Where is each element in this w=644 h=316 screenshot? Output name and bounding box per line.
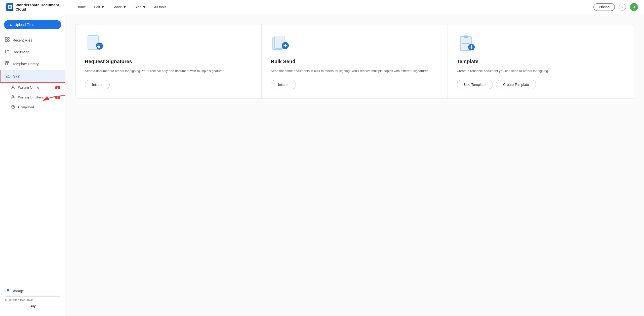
sidebar-item-sign[interactable]: Sign [0,70,65,83]
use-template-button[interactable]: Use Template [457,80,493,89]
pricing-button[interactable]: Pricing [593,3,615,11]
people-icon [11,95,15,100]
sidebar-item-waiting-for-others[interactable]: Waiting for others 1 [0,92,65,102]
sidebar-item-document[interactable]: Document [0,46,65,58]
svg-rect-3 [5,40,7,42]
bulk-send-card: Bulk Send Send the same documents in bul… [262,24,448,98]
nav-all-tools[interactable]: All tools [154,5,166,9]
grid-icon [5,37,10,43]
template-title: Template [457,59,625,64]
app-name: Wondershare Document Cloud [15,3,66,11]
feature-cards: Request Signatures Send a document to ot… [75,24,634,99]
avatar[interactable]: J [630,3,638,11]
svg-rect-5 [6,61,9,62]
svg-point-9 [12,96,13,97]
nav-links: Home Edit ▼ Share ▼ Sign ▼ All tools [66,5,593,9]
sidebar-item-template-library[interactable]: Template Library [0,58,65,70]
storage-bar-background [5,296,60,297]
initiate-request-button[interactable]: Initiate [85,80,110,89]
folder-icon [5,49,10,55]
template-desc: Create a reusable document you can send … [457,68,625,74]
chevron-down-icon: ▼ [101,5,104,9]
bulk-send-title: Bulk Send [271,59,438,64]
shield-icon [11,105,15,110]
upload-icon: ▲ [9,23,13,27]
svg-point-10 [13,96,14,97]
nav-edit[interactable]: Edit ▼ [94,5,104,9]
request-signatures-card: Request Signatures Send a document to ot… [76,24,262,98]
request-signatures-desc: Send a document to others for signing. Y… [85,68,252,74]
storage-pie-icon [5,288,10,294]
initiate-bulk-button[interactable]: Initiate [271,80,296,89]
logo-area: Wondershare Document Cloud [6,3,66,11]
nav-right: Pricing ? J [593,3,638,11]
sign-icon [6,73,10,79]
request-signatures-actions: Initiate [85,80,252,89]
waiting-for-me-badge: 1 [55,86,60,89]
storage-usage-text: 52.88MB / 100.00GB [5,298,60,302]
template-card: Template Create a reusable document you … [448,24,634,98]
chevron-down-icon: ▼ [143,5,146,9]
chevron-down-icon: ▼ [123,5,127,9]
upload-files-button[interactable]: ▲ Upload Files [4,20,61,29]
bulk-send-desc: Send the same documents in bulk to other… [271,68,438,74]
svg-rect-7 [8,63,9,65]
bulk-send-icon [271,33,291,54]
svg-rect-1 [5,38,7,39]
request-signatures-icon [85,33,105,54]
app-logo-icon [6,3,13,11]
svg-rect-6 [6,63,7,65]
bulk-send-actions: Initiate [271,80,438,89]
template-icon [5,61,10,67]
sidebar-item-waiting-for-me[interactable]: Waiting for me 1 [0,83,65,92]
svg-rect-24 [464,36,468,38]
help-button[interactable]: ? [619,4,626,11]
nav-sign[interactable]: Sign ▼ [135,5,146,9]
waiting-for-others-badge: 1 [55,96,60,99]
request-signatures-title: Request Signatures [85,59,252,64]
storage-section: Storage 52.88MB / 100.00GB Buy [0,284,65,312]
svg-rect-4 [8,40,9,42]
svg-rect-2 [8,38,9,39]
sidebar-item-recent-files[interactable]: Recent Files [0,34,65,46]
app-layout: ▲ Upload Files Recent Files Document [0,14,644,316]
template-icon-area [457,33,477,54]
top-navigation: Wondershare Document Cloud Home Edit ▼ S… [0,0,644,14]
sidebar: ▲ Upload Files Recent Files Document [0,14,65,316]
main-content: Request Signatures Send a document to ot… [65,14,644,316]
svg-point-8 [12,86,14,87]
person-icon [11,85,15,90]
nav-home[interactable]: Home [76,5,86,9]
storage-label: Storage [5,288,60,294]
template-actions: Use Template Create Template [457,80,625,89]
nav-share[interactable]: Share ▼ [112,5,126,9]
create-template-button[interactable]: Create Template [496,80,536,89]
sidebar-item-completed[interactable]: Completed [0,102,65,112]
buy-button[interactable]: Buy [5,304,60,308]
